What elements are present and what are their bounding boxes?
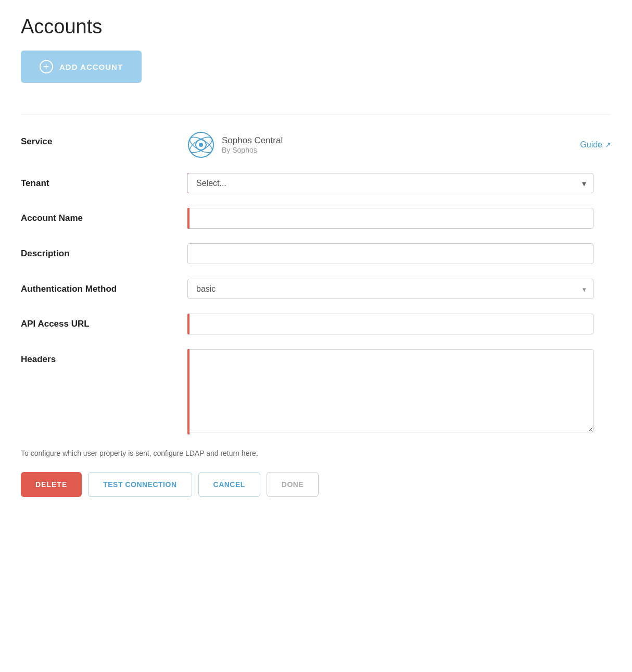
api-access-url-input[interactable] [187,314,593,334]
tenant-control: Select... [187,173,593,193]
api-access-url-input-wrap [187,314,593,334]
service-row: Service Sophos Central By Sophos Gu [21,131,611,158]
cancel-button[interactable]: CANCEL [198,472,260,497]
headers-control [187,349,593,434]
service-label: Service [21,131,187,147]
auth-method-select-wrap: basic [187,279,593,299]
account-name-control [187,208,593,229]
headers-row: Headers [21,349,611,434]
api-access-url-control [187,314,593,334]
svg-point-2 [199,143,203,147]
tenant-row: Tenant Select... [21,173,611,193]
description-label: Description [21,243,187,259]
auth-method-row: Authentication Method basic [21,279,611,299]
account-name-input[interactable] [187,208,593,229]
tenant-select[interactable]: Select... [187,173,593,193]
guide-link[interactable]: Guide ↗ [580,140,611,150]
account-form: Service Sophos Central By Sophos Gu [21,131,611,497]
info-text: To configure which user property is sent… [21,449,611,457]
sophos-logo-icon [187,131,214,158]
tenant-label: Tenant [21,173,187,189]
headers-label: Headers [21,349,187,365]
auth-method-label: Authentication Method [21,279,187,294]
account-name-row: Account Name [21,208,611,229]
service-name: Sophos Central [222,135,283,146]
plus-icon: + [40,60,53,73]
headers-textarea[interactable] [187,349,593,432]
external-link-icon: ↗ [605,141,611,149]
auth-method-select[interactable]: basic [187,279,593,299]
api-access-url-label: API Access URL [21,314,187,329]
api-access-url-row: API Access URL [21,314,611,334]
service-text: Sophos Central By Sophos [222,135,283,154]
description-control [187,243,593,264]
test-connection-button[interactable]: TEST CONNECTION [88,472,192,497]
auth-method-control: basic [187,279,593,299]
delete-button[interactable]: DELETE [21,472,82,497]
description-input[interactable] [187,243,593,264]
description-row: Description [21,243,611,264]
tenant-dropdown-wrap: Select... [187,173,593,193]
divider [21,114,611,115]
service-by: By Sophos [222,146,283,154]
add-account-label: ADD ACCOUNT [59,63,123,71]
footer-buttons: DELETE TEST CONNECTION CANCEL DONE [21,472,611,497]
account-name-input-wrap [187,208,593,229]
add-account-button[interactable]: + ADD ACCOUNT [21,51,142,83]
service-info: Sophos Central By Sophos [187,131,580,158]
headers-textarea-wrap [187,349,593,434]
page-title: Accounts [21,16,611,38]
tenant-select-wrap: Select... [187,173,593,193]
account-name-label: Account Name [21,208,187,223]
done-button[interactable]: DONE [267,472,319,497]
